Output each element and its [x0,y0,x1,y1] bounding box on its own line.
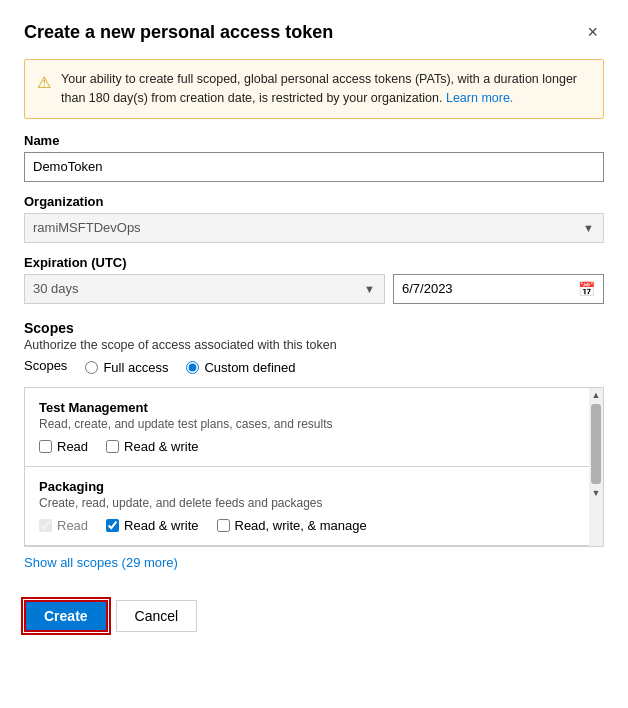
scroll-thumb[interactable] [591,404,601,484]
test-management-read-text: Read [57,439,88,454]
test-management-readwrite-label[interactable]: Read & write [106,439,198,454]
warning-icon: ⚠ [37,71,51,108]
date-input-wrapper: 📅 [393,274,604,304]
footer-buttons: Create Cancel [24,600,604,632]
expiration-label: Expiration (UTC) [24,255,604,270]
test-management-read-label[interactable]: Read [39,439,88,454]
org-field-group: Organization ramiMSFTDevOps ▼ [24,194,604,243]
scopes-label: Scopes [24,358,67,373]
full-access-label: Full access [103,360,168,375]
scope-name-test-management: Test Management [39,400,589,415]
packaging-read-checkbox[interactable] [39,519,52,532]
warning-text: Your ability to create full scoped, glob… [61,70,591,108]
packaging-read-text: Read [57,518,88,533]
show-all-scopes-link[interactable]: Show all scopes (29 more) [24,555,178,570]
scopes-title: Scopes [24,320,604,336]
full-access-radio-label[interactable]: Full access [85,360,168,375]
packaging-readwrite-label[interactable]: Read & write [106,518,198,533]
scope-name-packaging: Packaging [39,479,589,494]
expiration-field-group: Expiration (UTC) 30 days 60 days 90 days… [24,255,604,304]
packaging-manage-text: Read, write, & manage [235,518,367,533]
scopes-radio-group: Scopes Full access Custom defined [24,358,604,377]
expiration-row: 30 days 60 days 90 days 180 days Custom … [24,274,604,304]
name-label: Name [24,133,604,148]
scope-checks-test-management: Read Read & write [39,439,589,454]
custom-defined-radio[interactable] [186,361,199,374]
create-button[interactable]: Create [24,600,108,632]
org-select[interactable]: ramiMSFTDevOps [24,213,604,243]
expiration-select[interactable]: 30 days 60 days 90 days 180 days Custom [24,274,385,304]
scopes-list: Test Management Read, create, and update… [24,387,604,547]
custom-defined-label: Custom defined [204,360,295,375]
scope-desc-packaging: Create, read, update, and delete feeds a… [39,496,589,510]
warning-link[interactable]: Learn more. [446,91,513,105]
warning-box: ⚠ Your ability to create full scoped, gl… [24,59,604,119]
expiration-select-wrapper: 30 days 60 days 90 days 180 days Custom … [24,274,385,304]
close-button[interactable]: × [581,20,604,45]
scope-desc-test-management: Read, create, and update test plans, cas… [39,417,589,431]
packaging-readwrite-text: Read & write [124,518,198,533]
scope-checks-packaging: Read Read & write Read, write, & manage [39,518,589,533]
test-management-readwrite-checkbox[interactable] [106,440,119,453]
dialog-title: Create a new personal access token [24,22,333,43]
name-input[interactable] [24,152,604,182]
packaging-manage-checkbox[interactable] [217,519,230,532]
full-access-radio[interactable] [85,361,98,374]
dialog: Create a new personal access token × ⚠ Y… [0,0,628,708]
packaging-manage-label[interactable]: Read, write, & manage [217,518,367,533]
dialog-header: Create a new personal access token × [24,20,604,45]
org-select-wrapper: ramiMSFTDevOps ▼ [24,213,604,243]
cancel-button[interactable]: Cancel [116,600,198,632]
packaging-read-label[interactable]: Read [39,518,88,533]
scopes-section: Scopes Authorize the scope of access ass… [24,320,604,377]
scrollbar[interactable]: ▲ ▼ [589,388,603,546]
scopes-description: Authorize the scope of access associated… [24,338,604,352]
show-scopes-row: Show all scopes (29 more) [24,555,604,586]
scope-item-test-management: Test Management Read, create, and update… [25,388,603,467]
show-scopes-count: (29 more) [122,555,178,570]
calendar-icon[interactable]: 📅 [578,281,595,297]
packaging-readwrite-checkbox[interactable] [106,519,119,532]
scroll-down-icon[interactable]: ▼ [590,486,603,500]
date-input[interactable] [402,281,570,296]
name-field-group: Name [24,133,604,194]
custom-defined-radio-label[interactable]: Custom defined [186,360,295,375]
scope-item-packaging: Packaging Create, read, update, and dele… [25,467,603,546]
test-management-read-checkbox[interactable] [39,440,52,453]
org-label: Organization [24,194,604,209]
show-scopes-label: Show all scopes [24,555,118,570]
test-management-readwrite-text: Read & write [124,439,198,454]
scroll-up-icon[interactable]: ▲ [590,388,603,402]
